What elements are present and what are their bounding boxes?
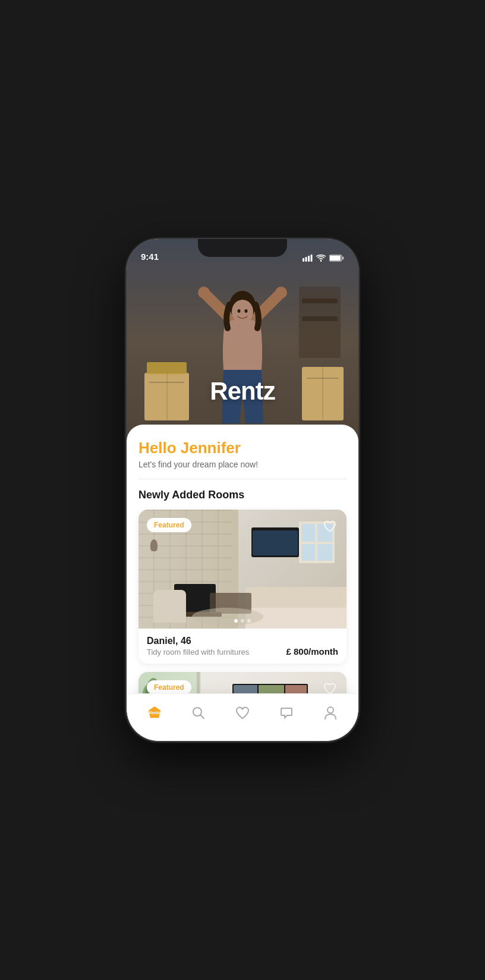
svg-point-18	[327, 707, 333, 713]
home-icon: Rentz	[146, 705, 163, 721]
featured-badge-1: Featured	[147, 518, 191, 532]
svg-rect-0	[303, 258, 304, 262]
screen: 9:41	[127, 239, 358, 741]
featured-badge-2: Featured	[147, 680, 191, 695]
moving-box-left	[144, 373, 189, 420]
card-info-1: Daniel, 46 Tidy room filled with furnitu…	[138, 629, 347, 664]
svg-text:Rentz: Rentz	[149, 711, 160, 715]
nav-item-home[interactable]: Rentz	[133, 700, 177, 726]
greeting-name: Hello Jennifer	[138, 439, 347, 457]
notch	[198, 239, 287, 257]
heart-icon	[234, 705, 251, 721]
search-icon	[190, 705, 207, 721]
nav-item-favorites[interactable]	[221, 700, 264, 726]
time-display: 9:41	[141, 252, 159, 262]
nav-item-search[interactable]	[177, 700, 221, 726]
person-icon	[322, 705, 339, 721]
card-price-1: £ 800/month	[286, 646, 338, 657]
greeting-subtitle: Let's find your dream place now!	[138, 460, 347, 469]
battery-icon	[329, 255, 344, 262]
card-host-1: Daniel, 46	[147, 636, 286, 646]
app-title: Rentz	[210, 377, 275, 406]
content-divider	[138, 479, 347, 479]
svg-rect-3	[311, 255, 313, 262]
chat-icon	[278, 705, 295, 721]
card-left-1: Daniel, 46 Tidy room filled with furnitu…	[147, 636, 286, 657]
nav-item-profile[interactable]	[308, 700, 352, 726]
svg-line-17	[201, 715, 204, 718]
bottom-nav: Rentz	[127, 693, 358, 741]
section-title-newly-added: Newly Added Rooms	[138, 489, 347, 501]
phone-frame: 9:41	[127, 239, 358, 741]
status-icons	[303, 255, 344, 262]
hero-section: Rentz	[127, 239, 358, 441]
card-image-1: Featured	[138, 510, 347, 629]
nav-item-messages[interactable]	[264, 700, 308, 726]
wifi-icon	[316, 255, 326, 262]
moving-box-right	[302, 367, 344, 420]
svg-rect-2	[308, 256, 310, 262]
signal-icon	[303, 255, 313, 262]
card-dots-1	[234, 619, 251, 623]
svg-rect-1	[306, 257, 307, 262]
card-desc-1: Tidy room filled with furnitures	[147, 648, 286, 657]
listing-card-1[interactable]: Featured	[138, 510, 347, 664]
svg-rect-5	[330, 256, 341, 260]
favorite-button-1[interactable]	[320, 517, 339, 536]
svg-rect-6	[342, 257, 344, 260]
